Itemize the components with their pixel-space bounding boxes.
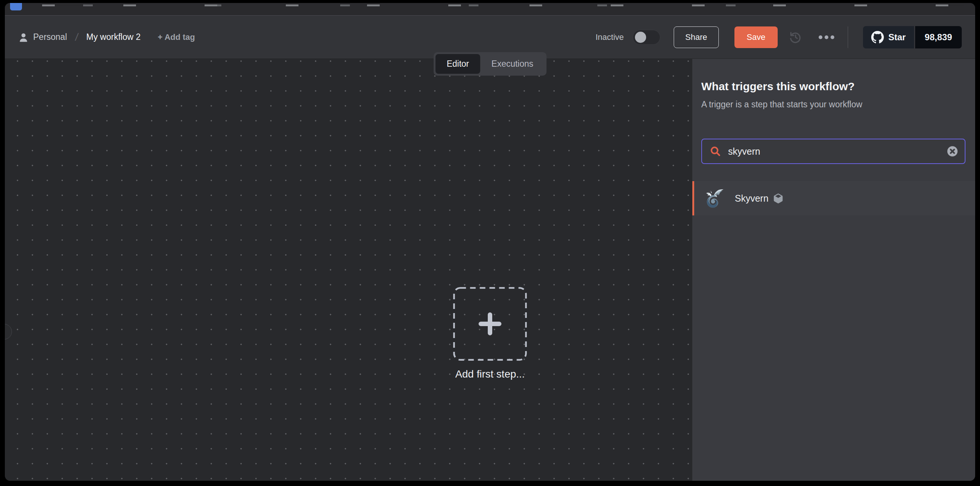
header-divider bbox=[848, 27, 848, 48]
breadcrumb-owner[interactable]: Personal bbox=[33, 32, 67, 42]
trigger-panel: What triggers this workflow? A trigger i… bbox=[692, 59, 975, 481]
github-icon bbox=[871, 31, 884, 44]
header-actions: Inactive Share Save Star bbox=[595, 26, 962, 48]
browser-logo-fragment bbox=[10, 3, 22, 10]
add-first-step-label: Add first step... bbox=[455, 368, 525, 380]
skyvern-dragon-icon bbox=[703, 188, 725, 209]
toggle-knob bbox=[635, 32, 646, 43]
more-options-icon[interactable] bbox=[818, 35, 835, 40]
main-area: Add first step... What triggers this wor… bbox=[5, 59, 975, 481]
github-star-button[interactable]: Star bbox=[863, 26, 914, 48]
github-star-widget[interactable]: Star 98,839 bbox=[863, 26, 962, 48]
add-first-step: Add first step... bbox=[453, 287, 527, 380]
github-star-label: Star bbox=[888, 32, 906, 43]
browser-tab-strip bbox=[5, 3, 975, 16]
view-tabs: Editor Executions bbox=[434, 52, 547, 76]
history-icon[interactable] bbox=[788, 30, 803, 45]
app-window: Personal / My workflow 2 + Add tag Inact… bbox=[5, 3, 975, 481]
result-accent-bar bbox=[692, 181, 694, 215]
search-results: Skyvern bbox=[692, 181, 975, 215]
search-input[interactable] bbox=[728, 146, 947, 157]
browser-tab-slivers bbox=[42, 5, 964, 6]
result-name: Skyvern bbox=[735, 193, 768, 204]
add-first-step-button[interactable] bbox=[453, 287, 527, 361]
dashed-border bbox=[453, 287, 527, 361]
user-icon bbox=[18, 32, 29, 43]
panel-subtitle: A trigger is a step that starts your wor… bbox=[701, 99, 966, 110]
breadcrumb: Personal / My workflow 2 + Add tag bbox=[18, 31, 195, 43]
breadcrumb-separator: / bbox=[75, 31, 79, 43]
community-node-icon bbox=[773, 193, 783, 204]
add-tag-button[interactable]: + Add tag bbox=[158, 32, 195, 42]
github-star-count[interactable]: 98,839 bbox=[915, 26, 962, 48]
node-search-box bbox=[701, 139, 966, 164]
workflow-name[interactable]: My workflow 2 bbox=[86, 32, 141, 42]
activation-toggle[interactable] bbox=[633, 30, 660, 45]
clear-search-icon[interactable] bbox=[947, 146, 958, 157]
save-button[interactable]: Save bbox=[735, 27, 778, 48]
activation-status-label: Inactive bbox=[595, 32, 624, 42]
tab-executions[interactable]: Executions bbox=[480, 54, 545, 74]
panel-title: What triggers this workflow? bbox=[701, 80, 966, 94]
result-row-skyvern[interactable]: Skyvern bbox=[692, 181, 975, 215]
tab-editor[interactable]: Editor bbox=[436, 54, 480, 74]
search-icon bbox=[710, 145, 721, 157]
share-button[interactable]: Share bbox=[674, 27, 719, 48]
